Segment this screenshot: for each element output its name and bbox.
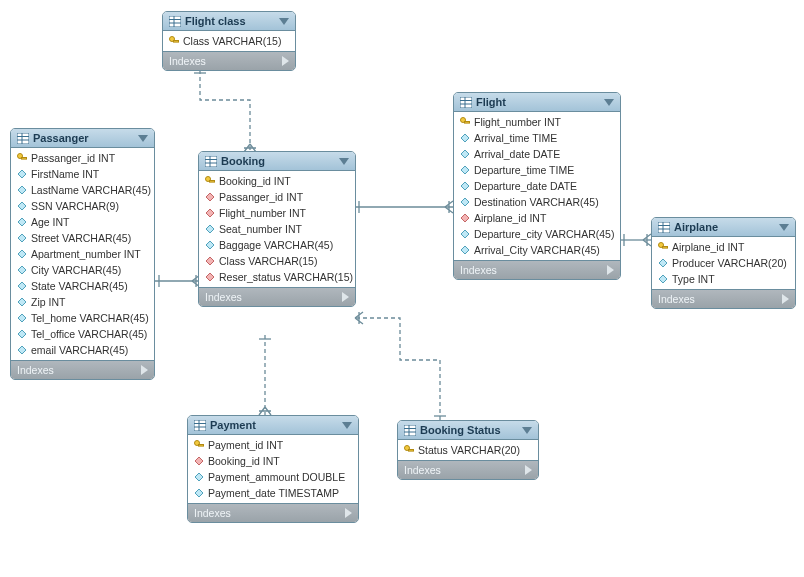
footer-label: Indexes	[460, 264, 497, 276]
column-row[interactable]: Arrival_date DATE	[454, 146, 620, 162]
collapse-icon[interactable]	[138, 135, 148, 142]
expand-icon[interactable]	[345, 508, 352, 518]
diamond-icon	[205, 240, 215, 250]
expand-icon[interactable]	[607, 265, 614, 275]
expand-icon[interactable]	[525, 465, 532, 475]
entity-header[interactable]: Booking	[199, 152, 355, 171]
entity-footer[interactable]: Indexes	[11, 360, 154, 379]
column-list: Booking_id INT Passanger_id INT Flight_n…	[199, 171, 355, 287]
column-list: Payment_id INT Booking_id INT Payment_am…	[188, 435, 358, 503]
column-row[interactable]: Departure_date DATE	[454, 178, 620, 194]
entity-header[interactable]: Booking Status	[398, 421, 538, 440]
expand-icon[interactable]	[282, 56, 289, 66]
collapse-icon[interactable]	[342, 422, 352, 429]
column-row[interactable]: Baggage VARCHAR(45)	[199, 237, 355, 253]
column-row[interactable]: Passanger_id INT	[199, 189, 355, 205]
entity-footer[interactable]: Indexes	[163, 51, 295, 70]
diamond-icon	[460, 181, 470, 191]
column-text: Airplane_id INT	[474, 212, 546, 224]
svg-rect-6	[17, 133, 29, 144]
column-row[interactable]: State VARCHAR(45)	[11, 278, 154, 294]
column-row[interactable]: Departure_city VARCHAR(45)	[454, 226, 620, 242]
column-row[interactable]: Arrival_City VARCHAR(45)	[454, 242, 620, 258]
column-row[interactable]: Reser_status VARCHAR(15)	[199, 269, 355, 285]
entity-header[interactable]: Payment	[188, 416, 358, 435]
column-row[interactable]: Airplane_id INT	[454, 210, 620, 226]
column-row[interactable]: City VARCHAR(45)	[11, 262, 154, 278]
entity-booking[interactable]: Booking Booking_id INT Passanger_id INT …	[198, 151, 356, 307]
column-row[interactable]: Type INT	[652, 271, 795, 287]
key-icon	[460, 117, 470, 127]
column-row[interactable]: Tel_office VARCHAR(45)	[11, 326, 154, 342]
collapse-icon[interactable]	[339, 158, 349, 165]
entity-header[interactable]: Flight	[454, 93, 620, 112]
entity-payment[interactable]: Payment Payment_id INT Booking_id INT Pa…	[187, 415, 359, 523]
expand-icon[interactable]	[141, 365, 148, 375]
entity-footer[interactable]: Indexes	[652, 289, 795, 308]
expand-icon[interactable]	[782, 294, 789, 304]
column-row[interactable]: Class VARCHAR(15)	[199, 253, 355, 269]
column-row[interactable]: Passanger_id INT	[11, 150, 154, 166]
column-row[interactable]: Producer VARCHAR(20)	[652, 255, 795, 271]
column-row[interactable]: Booking_id INT	[199, 173, 355, 189]
column-row[interactable]: Arrival_time TIME	[454, 130, 620, 146]
column-row[interactable]: Status VARCHAR(20)	[398, 442, 538, 458]
entity-passanger[interactable]: Passanger Passanger_id INT FirstName INT…	[10, 128, 155, 380]
collapse-icon[interactable]	[604, 99, 614, 106]
column-row[interactable]: Destination VARCHAR(45)	[454, 194, 620, 210]
column-row[interactable]: Airplane_id INT	[652, 239, 795, 255]
diamond-icon	[194, 472, 204, 482]
diamond-icon	[17, 313, 27, 323]
column-row[interactable]: Class VARCHAR(15)	[163, 33, 295, 49]
column-row[interactable]: Street VARCHAR(45)	[11, 230, 154, 246]
column-row[interactable]: Payment_date TIMESTAMP	[188, 485, 358, 501]
diamond-icon	[460, 165, 470, 175]
svg-rect-0	[169, 16, 181, 27]
column-row[interactable]: Payment_ammount DOUBLE	[188, 469, 358, 485]
entity-footer[interactable]: Indexes	[398, 460, 538, 479]
column-row[interactable]: Age INT	[11, 214, 154, 230]
entity-title: Flight	[476, 96, 600, 108]
entity-header[interactable]: Airplane	[652, 218, 795, 237]
entity-title: Passanger	[33, 132, 134, 144]
collapse-icon[interactable]	[522, 427, 532, 434]
key-icon	[17, 153, 27, 163]
collapse-icon[interactable]	[779, 224, 789, 231]
column-row[interactable]: Flight_number INT	[454, 114, 620, 130]
column-row[interactable]: Payment_id INT	[188, 437, 358, 453]
entity-footer[interactable]: Indexes	[199, 287, 355, 306]
entity-flight-class[interactable]: Flight class Class VARCHAR(15) Indexes	[162, 11, 296, 71]
entity-footer[interactable]: Indexes	[454, 260, 620, 279]
column-row[interactable]: Apartment_number INT	[11, 246, 154, 262]
svg-rect-11	[22, 158, 27, 160]
expand-icon[interactable]	[342, 292, 349, 302]
collapse-icon[interactable]	[279, 18, 289, 25]
column-row[interactable]: Seat_number INT	[199, 221, 355, 237]
column-row[interactable]: LastName VARCHAR(45)	[11, 182, 154, 198]
svg-rect-12	[205, 156, 217, 167]
column-row[interactable]: Flight_number INT	[199, 205, 355, 221]
column-row[interactable]: SSN VARCHAR(9)	[11, 198, 154, 214]
entity-flight[interactable]: Flight Flight_number INT Arrival_time TI…	[453, 92, 621, 280]
column-row[interactable]: Booking_id INT	[188, 453, 358, 469]
column-row[interactable]: Zip INT	[11, 294, 154, 310]
svg-rect-30	[194, 420, 206, 431]
diamond-icon	[17, 265, 27, 275]
entity-booking-status[interactable]: Booking Status Status VARCHAR(20) Indexe…	[397, 420, 539, 480]
entity-header[interactable]: Flight class	[163, 12, 295, 31]
column-row[interactable]: FirstName INT	[11, 166, 154, 182]
column-row[interactable]: email VARCHAR(45)	[11, 342, 154, 358]
footer-label: Indexes	[194, 507, 231, 519]
column-row[interactable]: Tel_home VARCHAR(45)	[11, 310, 154, 326]
column-text: Tel_home VARCHAR(45)	[31, 312, 149, 324]
svg-rect-36	[404, 425, 416, 436]
entity-title: Booking Status	[420, 424, 518, 436]
fk-diamond-icon	[194, 456, 204, 466]
entity-airplane[interactable]: Airplane Airplane_id INT Producer VARCHA…	[651, 217, 796, 309]
diamond-icon	[658, 274, 668, 284]
footer-label: Indexes	[404, 464, 441, 476]
column-row[interactable]: Departure_time TIME	[454, 162, 620, 178]
entity-header[interactable]: Passanger	[11, 129, 154, 148]
svg-rect-41	[409, 450, 414, 452]
entity-footer[interactable]: Indexes	[188, 503, 358, 522]
